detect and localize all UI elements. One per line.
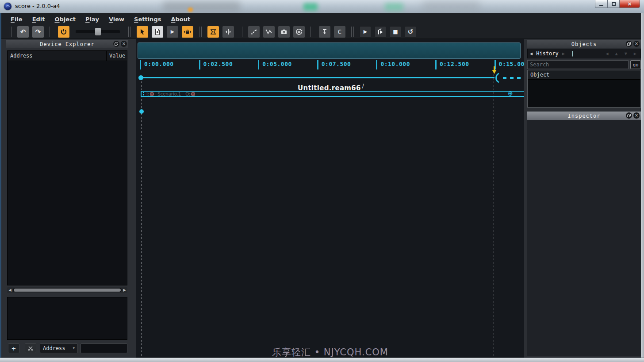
audio-engine-button[interactable] bbox=[58, 26, 69, 38]
scroll-left-icon[interactable]: ◀ bbox=[7, 287, 13, 293]
stop-button[interactable]: ■ bbox=[390, 26, 401, 38]
condition-icon: C bbox=[338, 28, 341, 35]
redo-button[interactable]: ↷ bbox=[32, 26, 44, 38]
device-tree[interactable]: Address Value bbox=[7, 50, 127, 285]
nav-up-icon[interactable]: ▲ bbox=[615, 52, 618, 56]
nav-right-icon[interactable]: ▶ bbox=[634, 52, 636, 56]
tab-history[interactable]: History bbox=[536, 50, 559, 57]
float-panel-button[interactable] bbox=[626, 112, 632, 119]
slider-track[interactable] bbox=[76, 30, 120, 33]
close-panel-button[interactable]: × bbox=[633, 112, 640, 119]
menu-item[interactable]: File bbox=[6, 15, 27, 24]
undo-button[interactable]: ↶ bbox=[17, 26, 29, 38]
play-tool-button[interactable]: ▶ bbox=[167, 26, 178, 38]
nav-down-icon[interactable]: ▼ bbox=[625, 52, 627, 56]
play-icon: ▶ bbox=[364, 29, 367, 35]
nav-left-icon[interactable]: ◀ bbox=[606, 52, 608, 56]
horizontal-scrollbar[interactable]: ◀ ▶ bbox=[7, 287, 127, 293]
address-value-input[interactable] bbox=[80, 343, 127, 353]
title-slash: / bbox=[362, 83, 364, 89]
condition-button[interactable]: C bbox=[334, 26, 345, 38]
history-nav-buttons: ◀ ▲ ▼ ▶ bbox=[606, 52, 638, 56]
text-caret: | bbox=[571, 50, 574, 57]
maximize-button[interactable] bbox=[608, 0, 620, 8]
device-explorer-titlebar: Device Explorer × bbox=[6, 40, 128, 48]
minimize-button[interactable] bbox=[595, 0, 608, 8]
time-tick: 0:12.500 bbox=[435, 60, 494, 69]
device-messages-box bbox=[7, 297, 127, 340]
scrollbar-thumb[interactable] bbox=[14, 289, 121, 292]
menu-item[interactable]: About bbox=[166, 15, 195, 24]
stop-icon: ■ bbox=[393, 29, 398, 35]
trigger-button[interactable] bbox=[319, 26, 330, 38]
snapshot-button[interactable] bbox=[278, 26, 290, 38]
close-panel-button[interactable]: × bbox=[633, 41, 640, 47]
add-device-button[interactable]: + bbox=[8, 343, 19, 353]
time-tick: 0:15.000 bbox=[494, 60, 524, 69]
plus-icon: + bbox=[12, 345, 16, 352]
camera-record-icon bbox=[295, 28, 303, 35]
score-canvas[interactable]: 0:00.0000:02.5000:05.0000:07.5000:10.000… bbox=[136, 39, 524, 358]
inspector-body bbox=[527, 120, 641, 356]
scenario-slot[interactable]: I: Scenario.1 O: ⊕ bbox=[141, 91, 524, 97]
window-frame-bottom bbox=[0, 358, 644, 362]
lock-tool-button[interactable] bbox=[182, 26, 193, 38]
app-icon bbox=[4, 3, 12, 10]
state-dot[interactable] bbox=[139, 109, 144, 114]
add-state-icon[interactable]: ⊕ bbox=[508, 90, 513, 96]
menu-item[interactable]: Play bbox=[80, 15, 104, 24]
transport-play-button[interactable]: ▶ bbox=[360, 26, 371, 38]
watermark-text: 乐享轻汇 • NJYCQH.COM bbox=[136, 346, 524, 358]
close-button[interactable]: × bbox=[620, 0, 640, 8]
search-input[interactable] bbox=[527, 60, 629, 69]
menu-item[interactable]: Edit bbox=[27, 15, 50, 24]
float-panel-button[interactable] bbox=[626, 41, 632, 47]
menu-item[interactable]: Settings bbox=[129, 15, 166, 24]
volume-slider[interactable] bbox=[76, 26, 120, 38]
address-type-dropdown[interactable]: Address ▼ bbox=[40, 343, 78, 353]
search-go-button[interactable]: go bbox=[630, 60, 641, 69]
timeline-minimap[interactable] bbox=[138, 42, 521, 59]
window-controls: × bbox=[595, 0, 640, 8]
start-timesync-line[interactable] bbox=[141, 78, 142, 357]
object-list[interactable]: Object bbox=[527, 70, 641, 108]
select-tool-button[interactable] bbox=[137, 26, 148, 38]
slot-handle-icon[interactable] bbox=[143, 92, 144, 96]
scenario-name[interactable]: Scenario.1 bbox=[157, 92, 181, 96]
close-panel-button[interactable]: × bbox=[121, 41, 127, 47]
record-button[interactable] bbox=[293, 26, 305, 38]
time-ruler[interactable]: 0:00.0000:02.5000:05.0000:07.5000:10.000… bbox=[136, 60, 524, 69]
tab-scroll-right-icon[interactable]: ▶ bbox=[562, 52, 565, 56]
lock-arrows-icon bbox=[184, 28, 192, 35]
curve-tool-button[interactable] bbox=[263, 26, 275, 38]
scrollbar-track[interactable] bbox=[13, 288, 122, 292]
scale-mode-button[interactable] bbox=[207, 26, 219, 38]
scale-icon bbox=[210, 28, 217, 35]
tab-scroll-left-icon[interactable]: ◀ bbox=[530, 52, 533, 56]
panel-title: Device Explorer bbox=[40, 41, 94, 47]
interval-end-brace[interactable] bbox=[493, 73, 501, 83]
toolbar-separator bbox=[9, 27, 12, 37]
end-timesync-line[interactable] bbox=[494, 71, 494, 357]
camera-icon bbox=[280, 28, 288, 35]
play-from-start-button[interactable] bbox=[375, 26, 386, 38]
time-tick: 0:05.000 bbox=[258, 60, 317, 69]
column-header-object: Object bbox=[528, 70, 640, 80]
interval-line[interactable] bbox=[141, 77, 494, 78]
device-explorer-panel: Device Explorer × Address Value ◀ ▶ + Ad… bbox=[6, 40, 128, 356]
float-panel-button[interactable] bbox=[113, 41, 119, 47]
remove-device-button[interactable] bbox=[25, 343, 36, 353]
interval-max-dashes bbox=[503, 77, 523, 79]
output-port-icon[interactable] bbox=[191, 92, 195, 96]
move-slot-button[interactable] bbox=[248, 26, 260, 38]
toolbar-separator bbox=[310, 27, 313, 37]
reinitialize-button[interactable]: ↺ bbox=[405, 26, 416, 38]
menu-item[interactable]: Object bbox=[50, 15, 81, 24]
menu-item[interactable]: View bbox=[104, 15, 129, 24]
grow-mode-button[interactable] bbox=[222, 26, 234, 38]
slider-thumb[interactable] bbox=[95, 28, 101, 35]
input-port-icon[interactable] bbox=[150, 92, 154, 96]
device-tree-header: Address Value bbox=[8, 51, 127, 61]
scroll-right-icon[interactable]: ▶ bbox=[122, 287, 127, 293]
create-tool-button[interactable] bbox=[152, 26, 163, 38]
